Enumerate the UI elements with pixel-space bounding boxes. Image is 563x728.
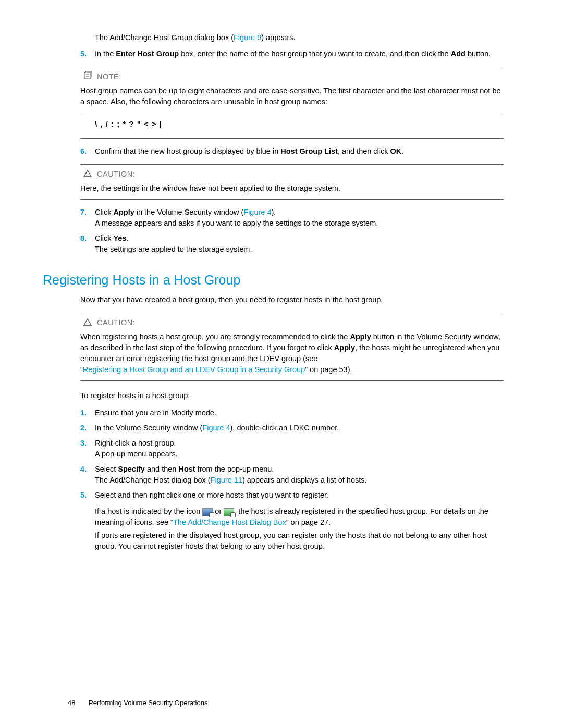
note-title: NOTE:	[97, 71, 504, 82]
step-number: 4.	[80, 464, 95, 486]
caution-icon	[83, 169, 92, 180]
procedure-intro: To register hosts in a host group:	[80, 390, 504, 401]
step-6: 6. Confirm that the new host group is di…	[80, 146, 504, 157]
caution-icon	[83, 317, 92, 329]
step-2-1: 1. Ensure that you are in Modify mode.	[80, 408, 504, 418]
figure-11-link[interactable]: Figure 11	[211, 476, 242, 484]
step-body: In the Volume Security window (Figure 4)…	[95, 423, 339, 434]
page-footer: 48 Performing Volume Security Operations	[68, 698, 207, 708]
forbidden-chars: \ , / : ; * ? " < > |	[95, 118, 504, 130]
step-body: Select and then right click one or more …	[95, 490, 504, 552]
step-number: 2.	[80, 423, 95, 434]
caution-title: CAUTION:	[97, 317, 504, 328]
dialog-intro: The Add/Change Host Group dialog box (Fi…	[95, 32, 504, 43]
step-body: Right-click a host group. A pop-up menu …	[95, 438, 178, 460]
step-number: 3.	[80, 438, 95, 460]
add-change-host-link[interactable]: The Add/Change Host Dialog Box	[173, 518, 286, 526]
figure-4-link[interactable]: Figure 4	[202, 424, 230, 432]
section-intro: Now that you have created a host group, …	[80, 294, 504, 305]
divider	[80, 113, 504, 113]
registering-link[interactable]: Registering a Host Group and an LDEV Gro…	[83, 365, 305, 374]
step-8: 8. Click Yes. The settings are applied t…	[80, 233, 504, 255]
caution-body: When registering hosts a host group, you…	[80, 331, 504, 375]
step-2-5: 5. Select and then right click one or mo…	[80, 490, 504, 552]
step-body: Select Specify and then Host from the po…	[95, 464, 367, 486]
text: ) appears.	[261, 33, 295, 42]
figure-9-link[interactable]: Figure 9	[234, 33, 261, 42]
note-body: Host group names can be up to eight char…	[80, 85, 504, 107]
text: The Add/Change Host Group dialog box (	[95, 33, 234, 42]
caution-title: CAUTION:	[97, 169, 504, 180]
step-body: Click Apply in the Volume Security windo…	[95, 207, 378, 229]
note-box: NOTE: Host group names can be up to eigh…	[80, 67, 504, 139]
step-body: Confirm that the new host group is displ…	[95, 146, 403, 157]
step-number: 1.	[80, 408, 95, 418]
figure-4-link[interactable]: Figure 4	[243, 208, 271, 216]
step-number: 7.	[80, 207, 95, 229]
host-icon-registered-a	[202, 508, 213, 516]
step-number: 5.	[80, 490, 95, 552]
caution-body: Here, the settings in the window have no…	[80, 183, 504, 194]
step-body: Ensure that you are in Modify mode.	[95, 408, 216, 418]
caution-box-2: CAUTION: When registering hosts a host g…	[80, 313, 504, 381]
step-number: 8.	[80, 233, 95, 255]
step-body: Click Yes. The settings are applied to t…	[95, 233, 252, 255]
caution-box-1: CAUTION: Here, the settings in the windo…	[80, 164, 504, 200]
step-2-4: 4. Select Specify and then Host from the…	[80, 464, 504, 486]
step-number: 5.	[80, 48, 95, 59]
note-icon	[83, 71, 93, 83]
host-icon-registered-b	[224, 508, 234, 516]
document-page: The Add/Change Host Group dialog box (Fi…	[0, 0, 563, 728]
step-number: 6.	[80, 146, 95, 157]
page-number: 48	[68, 699, 75, 707]
step-body: In the Enter Host Group box, enter the n…	[95, 48, 491, 59]
section-heading: Registering Hosts in a Host Group	[43, 270, 504, 289]
step-2-2: 2. In the Volume Security window (Figure…	[80, 423, 504, 434]
step-5: 5. In the Enter Host Group box, enter th…	[80, 48, 504, 59]
footer-title: Performing Volume Security Operations	[89, 699, 207, 707]
step-2-3: 3. Right-click a host group. A pop-up me…	[80, 438, 504, 460]
step-7: 7. Click Apply in the Volume Security wi…	[80, 207, 504, 229]
